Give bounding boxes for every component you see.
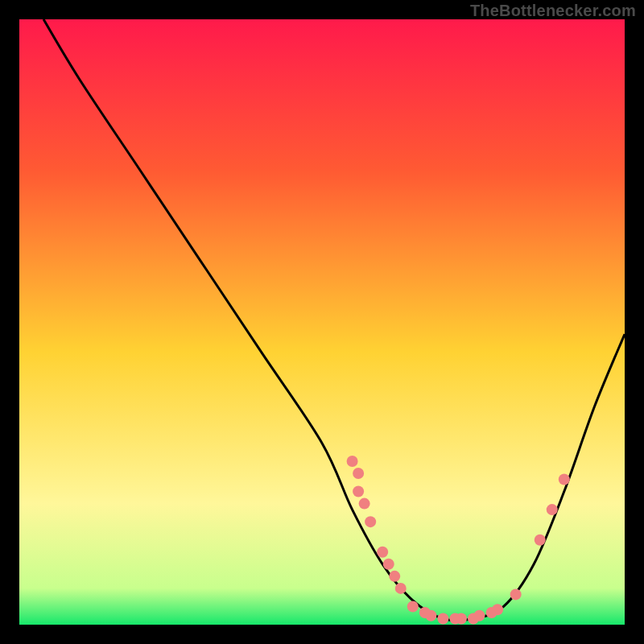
data-point <box>559 474 570 485</box>
data-point <box>359 498 370 510</box>
gradient-background <box>19 19 625 625</box>
data-point <box>377 547 388 558</box>
data-point <box>407 601 419 612</box>
data-point <box>353 468 364 479</box>
bottleneck-chart <box>19 19 625 625</box>
data-point <box>474 610 485 621</box>
data-point <box>365 516 376 527</box>
data-point <box>547 504 558 515</box>
data-point <box>437 613 448 624</box>
data-point <box>395 583 407 594</box>
data-point <box>510 588 522 600</box>
data-point <box>347 456 358 467</box>
data-point <box>492 604 503 615</box>
data-point <box>389 571 400 582</box>
data-point <box>353 486 364 497</box>
data-point <box>383 559 394 570</box>
data-point <box>425 610 436 621</box>
data-point <box>535 535 546 546</box>
attribution-label: TheBottlenecker.com <box>470 2 636 20</box>
chart-frame <box>19 19 625 625</box>
data-point <box>456 613 467 624</box>
